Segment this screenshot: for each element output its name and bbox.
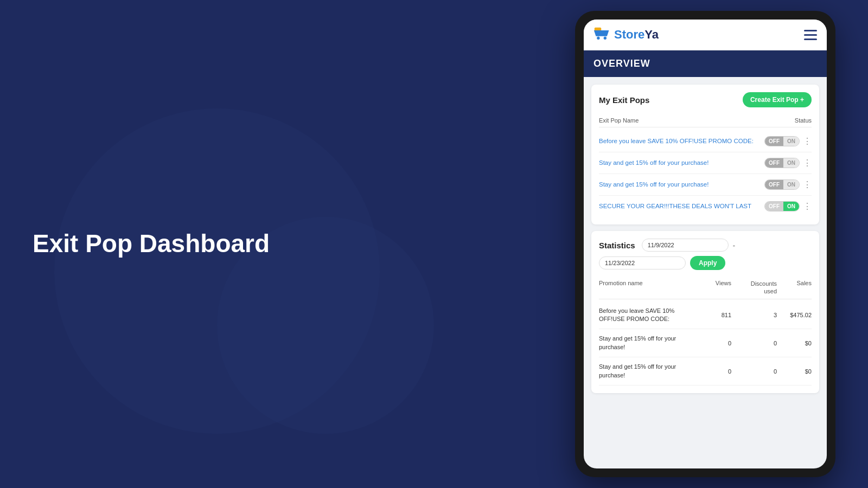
stats-views-2: 0: [699, 340, 731, 346]
exit-pop-name-3[interactable]: Stay and get 15% off for your purchase!: [599, 180, 764, 189]
stats-col-discounts: Discountsused: [733, 280, 777, 296]
stats-views-3: 0: [699, 368, 731, 375]
stats-sales-3: $0: [779, 368, 812, 375]
exit-pop-row-2: Stay and get 15% off for your purchase! …: [599, 152, 812, 174]
toggle-2-off[interactable]: OFF: [765, 158, 783, 168]
date-from-input[interactable]: [642, 239, 729, 252]
row-2-controls: OFF ON ⋮: [764, 158, 812, 168]
toggle-1-off[interactable]: OFF: [765, 137, 783, 146]
left-section: Exit Pop Dashboard: [33, 229, 270, 259]
exit-pop-row-3: Stay and get 15% off for your purchase! …: [599, 174, 812, 196]
toggle-4-off[interactable]: OFF: [765, 202, 783, 211]
date-to-input[interactable]: [599, 256, 686, 269]
hamburger-menu-button[interactable]: [804, 30, 817, 40]
more-options-4[interactable]: ⋮: [803, 202, 812, 211]
cart-logo-icon: [593, 27, 611, 42]
more-options-3[interactable]: ⋮: [803, 181, 812, 189]
svg-point-2: [604, 37, 607, 40]
stats-row-2: Stay and get 15% off for your purchase! …: [599, 329, 812, 357]
date-separator: -: [733, 241, 735, 249]
stats-discounts-2: 0: [733, 340, 777, 346]
stats-discounts-3: 0: [733, 368, 777, 375]
toggle-3-on[interactable]: ON: [783, 180, 799, 189]
statistics-header: Statistics - Apply: [599, 239, 812, 270]
exit-pops-header: My Exit Pops Create Exit Pop +: [599, 92, 812, 107]
row-3-controls: OFF ON ⋮: [764, 179, 812, 190]
toggle-3-off[interactable]: OFF: [765, 180, 783, 189]
stats-col-promo: Promotion name: [599, 280, 697, 296]
toggle-1-on[interactable]: ON: [783, 137, 799, 146]
stats-row-3: Stay and get 15% off for your purchase! …: [599, 357, 812, 386]
exit-pop-name-1[interactable]: Before you leave SAVE 10% OFF!USE PROMO …: [599, 137, 764, 145]
exit-pop-name-4[interactable]: SECURE YOUR GEAR!!!THESE DEALS WON'T LAS…: [599, 202, 764, 210]
exit-pop-name-2[interactable]: Stay and get 15% off for your purchase!: [599, 158, 764, 167]
stats-discounts-1: 3: [733, 312, 777, 318]
col-header-name: Exit Pop Name: [599, 117, 763, 124]
toggle-2-on[interactable]: ON: [783, 158, 799, 168]
logo-area: StoreYa: [593, 27, 659, 42]
stats-promo-3: Stay and get 15% off for your purchase!: [599, 363, 697, 380]
hamburger-line-3: [804, 38, 817, 40]
toggle-4[interactable]: OFF ON: [764, 201, 800, 211]
toggle-4-on[interactable]: ON: [783, 202, 799, 211]
stats-col-sales: Sales: [779, 280, 812, 296]
logo-store: Store: [614, 28, 644, 41]
statistics-card: Statistics - Apply Promotion name Views …: [591, 231, 819, 393]
device-frame: StoreYa OVERVIEW My Exit Pops Create Exi…: [575, 11, 835, 477]
exit-pops-title: My Exit Pops: [599, 95, 649, 105]
app-main-content: My Exit Pops Create Exit Pop + Exit Pop …: [584, 77, 827, 468]
stats-views-1: 811: [699, 312, 731, 318]
row-1-controls: OFF ON ⋮: [764, 136, 812, 146]
toggle-3[interactable]: OFF ON: [764, 179, 800, 190]
exit-pops-card: My Exit Pops Create Exit Pop + Exit Pop …: [591, 85, 819, 224]
hamburger-line-1: [804, 30, 817, 31]
toggle-1[interactable]: OFF ON: [764, 136, 800, 146]
statistics-title: Statistics: [599, 241, 635, 250]
device-screen: StoreYa OVERVIEW My Exit Pops Create Exi…: [584, 20, 827, 468]
hamburger-line-2: [804, 34, 817, 36]
apply-button[interactable]: Apply: [690, 256, 725, 270]
col-header-status: Status: [763, 117, 812, 124]
more-options-2[interactable]: ⋮: [803, 159, 812, 168]
row-4-controls: OFF ON ⋮: [764, 201, 812, 211]
overview-bar: OVERVIEW: [584, 50, 827, 77]
stats-promo-1: Before you leave SAVE 10% OFF!USE PROMO …: [599, 307, 697, 324]
exit-pop-row-4: SECURE YOUR GEAR!!!THESE DEALS WON'T LAS…: [599, 196, 812, 217]
stats-table-header: Promotion name Views Discountsused Sales: [599, 277, 812, 299]
logo-text: StoreYa: [614, 28, 659, 42]
stats-sales-1: $475.02: [779, 312, 812, 318]
toggle-2[interactable]: OFF ON: [764, 158, 800, 168]
stats-promo-2: Stay and get 15% off for your purchase!: [599, 335, 697, 351]
more-options-1[interactable]: ⋮: [803, 137, 812, 146]
exit-pop-row-1: Before you leave SAVE 10% OFF!USE PROMO …: [599, 131, 812, 152]
stats-sales-2: $0: [779, 340, 812, 346]
app-header: StoreYa: [584, 20, 827, 50]
overview-title: OVERVIEW: [593, 58, 817, 69]
page-heading: Exit Pop Dashboard: [33, 229, 270, 259]
logo-ya: Ya: [644, 28, 659, 41]
stats-col-views: Views: [699, 280, 731, 296]
exit-pops-table-header: Exit Pop Name Status: [599, 114, 812, 127]
create-exit-pop-button[interactable]: Create Exit Pop +: [743, 92, 812, 107]
svg-point-1: [597, 37, 599, 40]
stats-row-1: Before you leave SAVE 10% OFF!USE PROMO …: [599, 301, 812, 330]
statistics-table: Promotion name Views Discountsused Sales…: [599, 277, 812, 386]
